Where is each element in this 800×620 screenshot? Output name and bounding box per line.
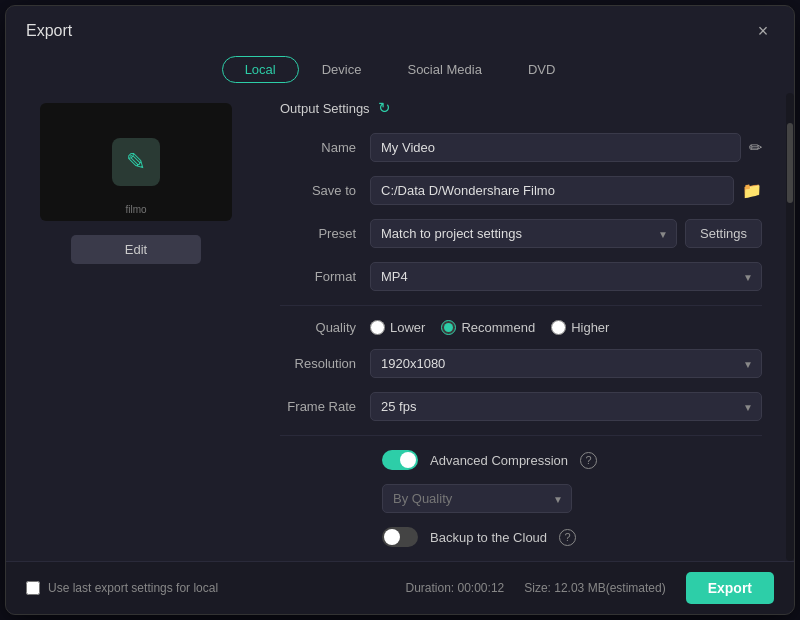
quality-higher-label: Higher — [571, 320, 609, 335]
preset-select-wrapper: Match to project settings ▼ — [370, 219, 677, 248]
settings-button[interactable]: Settings — [685, 219, 762, 248]
divider-2 — [280, 435, 762, 436]
by-quality-row: By Quality ▼ — [280, 484, 762, 513]
preview-box: ✎ filmo — [40, 103, 232, 221]
format-row: Format MP4 ▼ — [280, 262, 762, 291]
resolution-label: Resolution — [280, 356, 370, 371]
use-last-export-checkbox[interactable] — [26, 581, 40, 595]
quality-lower-label: Lower — [390, 320, 425, 335]
size-label: Size: — [524, 581, 551, 595]
save-to-input[interactable] — [370, 176, 734, 205]
quality-lower-option[interactable]: Lower — [370, 320, 425, 335]
backup-cloud-label: Backup to the Cloud — [430, 530, 547, 545]
ai-icon[interactable]: ✏︎ — [749, 138, 762, 157]
duration-value: 00:00:12 — [458, 581, 505, 595]
toggle-knob-1 — [400, 452, 416, 468]
preset-select[interactable]: Match to project settings — [370, 219, 677, 248]
scrollbar-thumb[interactable] — [787, 123, 793, 203]
quality-higher-radio[interactable] — [551, 320, 566, 335]
resolution-select-wrapper: 1920x1080 ▼ — [370, 349, 762, 378]
refresh-icon[interactable]: ↻ — [378, 99, 391, 117]
duration-info: Duration: 00:00:12 — [405, 581, 504, 595]
frame-rate-select[interactable]: 25 fps — [370, 392, 762, 421]
save-to-row: Save to 📁 — [280, 176, 762, 205]
quality-recommend-radio[interactable] — [441, 320, 456, 335]
preset-label: Preset — [280, 226, 370, 241]
save-to-label: Save to — [280, 183, 370, 198]
size-info: Size: 12.03 MB(estimated) — [524, 581, 665, 595]
tab-device[interactable]: Device — [299, 56, 385, 83]
quality-radio-group: Lower Recommend Higher — [370, 320, 609, 335]
footer-left: Use last export settings for local — [26, 581, 218, 595]
tab-dvd[interactable]: DVD — [505, 56, 578, 83]
format-label: Format — [280, 269, 370, 284]
tab-local[interactable]: Local — [222, 56, 299, 83]
edit-button[interactable]: Edit — [71, 235, 201, 264]
toggle-knob-2 — [384, 529, 400, 545]
right-panel: Output Settings ↻ Name ✏︎ Save to 📁 — [266, 93, 786, 561]
size-value: 12.03 MB(estimated) — [554, 581, 665, 595]
folder-icon[interactable]: 📁 — [742, 181, 762, 200]
resolution-row: Resolution 1920x1080 ▼ — [280, 349, 762, 378]
name-input[interactable] — [370, 133, 741, 162]
name-row: Name ✏︎ — [280, 133, 762, 162]
quality-row: Quality Lower Recommend Higher — [280, 320, 762, 335]
title-bar: Export × — [6, 6, 794, 52]
preview-icon: ✎ — [112, 138, 160, 186]
resolution-select[interactable]: 1920x1080 — [370, 349, 762, 378]
format-select[interactable]: MP4 — [370, 262, 762, 291]
advanced-compression-toggle[interactable] — [382, 450, 418, 470]
quality-higher-option[interactable]: Higher — [551, 320, 609, 335]
dialog-footer: Use last export settings for local Durat… — [6, 561, 794, 614]
export-button[interactable]: Export — [686, 572, 774, 604]
output-settings-label: Output Settings — [280, 101, 370, 116]
output-settings-header: Output Settings ↻ — [280, 99, 762, 117]
frame-rate-label: Frame Rate — [280, 399, 370, 414]
duration-label: Duration: — [405, 581, 454, 595]
quality-lower-radio[interactable] — [370, 320, 385, 335]
dialog-title: Export — [26, 22, 72, 40]
format-select-wrapper: MP4 ▼ — [370, 262, 762, 291]
name-label: Name — [280, 140, 370, 155]
dialog-body: ✎ filmo Edit Output Settings ↻ Name ✏︎ — [6, 93, 794, 561]
left-panel: ✎ filmo Edit — [6, 93, 266, 561]
quality-recommend-label: Recommend — [461, 320, 535, 335]
frame-rate-select-wrapper: 25 fps ▼ — [370, 392, 762, 421]
backup-cloud-row: Backup to the Cloud ? — [280, 527, 762, 547]
use-last-export-label: Use last export settings for local — [48, 581, 218, 595]
quality-label: Quality — [280, 320, 370, 335]
quality-recommend-option[interactable]: Recommend — [441, 320, 535, 335]
advanced-compression-row: Advanced Compression ? — [280, 450, 762, 470]
advanced-compression-help-icon[interactable]: ? — [580, 452, 597, 469]
overlay-background: Export × Local Device Social Media DVD ✎… — [0, 0, 800, 620]
close-button[interactable]: × — [752, 20, 774, 42]
tab-social-media[interactable]: Social Media — [384, 56, 504, 83]
export-dialog: Export × Local Device Social Media DVD ✎… — [5, 5, 795, 615]
footer-meta: Duration: 00:00:12 Size: 12.03 MB(estima… — [405, 572, 774, 604]
tabs-bar: Local Device Social Media DVD — [6, 52, 794, 93]
preset-row: Preset Match to project settings ▼ Setti… — [280, 219, 762, 248]
frame-rate-row: Frame Rate 25 fps ▼ — [280, 392, 762, 421]
by-quality-select[interactable]: By Quality — [382, 484, 572, 513]
backup-cloud-toggle[interactable] — [382, 527, 418, 547]
backup-cloud-help-icon[interactable]: ? — [559, 529, 576, 546]
by-quality-select-wrapper: By Quality ▼ — [382, 484, 572, 513]
advanced-compression-label: Advanced Compression — [430, 453, 568, 468]
edit-pen-icon: ✎ — [126, 148, 146, 176]
scrollbar[interactable] — [786, 93, 794, 561]
divider-1 — [280, 305, 762, 306]
preview-label: filmo — [125, 204, 146, 215]
